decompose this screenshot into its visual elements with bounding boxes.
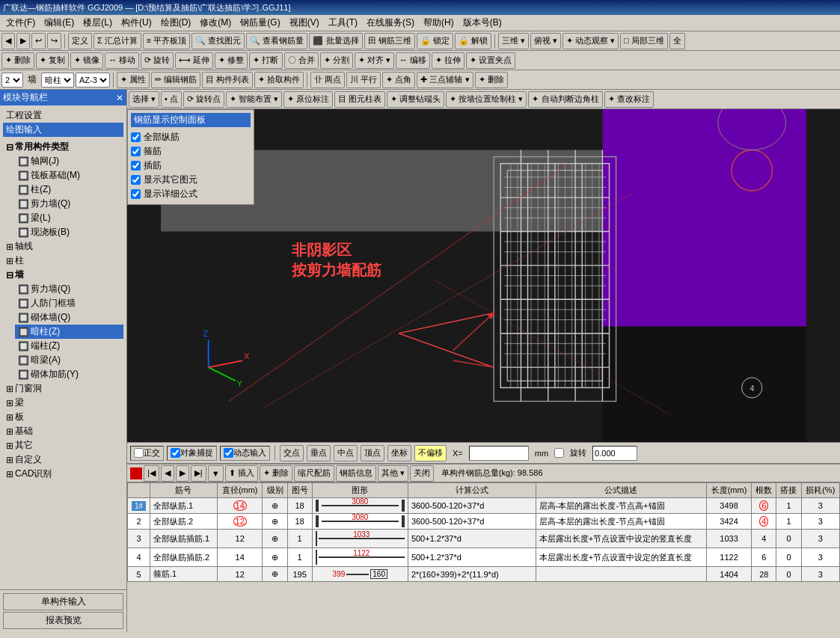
- btn-bottom-delete[interactable]: ✦ 删除: [260, 465, 292, 482]
- rebar-check-other-cb[interactable]: [131, 175, 141, 185]
- btn-undo[interactable]: ↩: [31, 33, 46, 49]
- btn-point[interactable]: • 点: [161, 91, 182, 108]
- x-input[interactable]: [469, 446, 529, 461]
- component-code-select[interactable]: AZ-3: [76, 73, 110, 88]
- menu-online[interactable]: 在线服务(S): [362, 15, 419, 31]
- tree-custom[interactable]: ⊞自定义: [3, 453, 123, 467]
- btn-rebar-info[interactable]: 钢筋信息: [336, 465, 376, 482]
- btn-extend[interactable]: ⟷ 延伸: [175, 52, 213, 69]
- menu-component[interactable]: 构件(U): [117, 15, 156, 31]
- tree-column-root[interactable]: ⊞柱: [3, 254, 123, 268]
- btn-grip[interactable]: ✦ 设置夹点: [466, 52, 515, 69]
- table-row[interactable]: 2全部纵筋.212⊕1830803600-500-120+37*d层高-本层的露…: [128, 514, 840, 530]
- menu-tools[interactable]: 工具(T): [324, 15, 362, 31]
- btn-nav-first[interactable]: |◀: [144, 465, 159, 482]
- btn-rebar-3d[interactable]: 田 钢筋三维: [364, 33, 415, 49]
- menu-version[interactable]: 版本号(B): [459, 15, 506, 31]
- menu-edit[interactable]: 编辑(E): [40, 15, 79, 31]
- tree-item-masonry-wall[interactable]: 🔲砌体墙(Q): [15, 310, 123, 325]
- ortho-cb[interactable]: [134, 448, 144, 458]
- btn-original-mark[interactable]: ✦ 原位标注: [283, 91, 333, 108]
- btn-top-view[interactable]: 俯视 ▾: [530, 33, 561, 49]
- btn-batch-select[interactable]: ⬛ 批量选择: [309, 33, 362, 49]
- btn-coord[interactable]: 坐标: [387, 445, 411, 461]
- btn-rotate[interactable]: ⟳ 旋转: [141, 52, 174, 69]
- btn-trim[interactable]: ✦ 修整: [215, 52, 248, 69]
- btn-split[interactable]: ✦ 分割: [320, 52, 353, 69]
- btn-parallel[interactable]: 川 平行: [346, 72, 381, 88]
- table-row[interactable]: 1#全部纵筋.114⊕1830803600-500-120+37*d层高-本层的…: [128, 498, 840, 514]
- rebar-check-all-longitudinal-cb[interactable]: [131, 132, 141, 142]
- table-row[interactable]: 4全部纵筋插筋.214⊕11122500+1.2*37*d本层露出长度+节点设置…: [128, 548, 840, 567]
- tree-item-column[interactable]: 🔲柱(Z): [15, 182, 123, 197]
- btn-back[interactable]: ◀: [1, 33, 15, 49]
- tree-item-hidden-beam[interactable]: 🔲暗梁(A): [15, 353, 123, 367]
- menu-draw[interactable]: 绘图(D): [156, 15, 196, 31]
- btn-mirror[interactable]: ✦ 镜像: [70, 52, 103, 69]
- btn-nav-prev[interactable]: ◀: [161, 465, 174, 482]
- menu-modify[interactable]: 修改(M): [195, 15, 236, 31]
- btn-all[interactable]: 全: [669, 33, 685, 49]
- sidebar-item-project-settings[interactable]: 工程设置: [3, 108, 123, 123]
- btn-no-offset[interactable]: 不偏移: [414, 445, 447, 461]
- btn-three-point[interactable]: ✚ 三点辅轴 ▾: [417, 72, 473, 88]
- tree-axis-root[interactable]: ⊞轴线: [3, 239, 123, 254]
- status-dynamic[interactable]: 动态输入: [220, 446, 270, 461]
- btn-midpoint[interactable]: 中点: [334, 445, 358, 461]
- canvas[interactable]: 钢筋显示控制面板 全部纵筋 箍筋 插筋 显示其它图元: [127, 109, 840, 442]
- tree-item-axis[interactable]: 🔲轴网(J): [15, 154, 123, 168]
- object-snap-cb[interactable]: [171, 448, 180, 458]
- component-type-select[interactable]: 暗柱: [41, 73, 74, 88]
- btn-unlock[interactable]: 🔓 解锁: [455, 33, 491, 49]
- tree-door-window[interactable]: ⊞门窗洞: [3, 381, 123, 396]
- status-object-snap[interactable]: 对象捕捉: [167, 446, 217, 461]
- tree-item-hidden-column[interactable]: 🔲暗柱(Z): [15, 325, 123, 339]
- btn-select[interactable]: 选择 ▾: [129, 91, 159, 108]
- tree-item-masonry-rebar[interactable]: 🔲砌体加筋(Y): [15, 367, 123, 381]
- status-ortho[interactable]: 正交: [130, 446, 164, 461]
- btn-edit-rebar[interactable]: ✏ 编辑钢筋: [151, 72, 200, 88]
- tree-slab[interactable]: ⊞板: [3, 410, 123, 424]
- btn-move[interactable]: ↔ 移动: [105, 52, 139, 69]
- btn-3d[interactable]: 三维 ▾: [498, 33, 529, 49]
- btn-delete-axis[interactable]: ✦ 删除: [475, 72, 508, 88]
- sidebar-item-draw-input[interactable]: 绘图输入: [3, 123, 123, 137]
- btn-lock[interactable]: 🔒 锁定: [417, 33, 453, 49]
- btn-report-preview[interactable]: 报表预览: [3, 612, 123, 629]
- btn-check-mark[interactable]: ✦ 查改标注: [604, 91, 654, 108]
- btn-redo[interactable]: ↪: [47, 33, 61, 49]
- btn-define[interactable]: 定义: [68, 33, 92, 49]
- layer-select[interactable]: 2: [1, 73, 23, 88]
- btn-other[interactable]: 其他 ▾: [378, 465, 408, 482]
- btn-level-plate[interactable]: ≡ 平齐板顶: [143, 33, 190, 49]
- btn-draw-by-wall[interactable]: ✦ 按墙位置绘制柱 ▾: [446, 91, 527, 108]
- btn-local-3d[interactable]: □ 局部三维: [620, 33, 668, 49]
- btn-merge[interactable]: 〇 合并: [284, 52, 319, 69]
- btn-scale-rebar[interactable]: 缩尺配筋: [294, 465, 334, 482]
- btn-auto-corner[interactable]: ✦ 自动判断边角柱: [528, 91, 602, 108]
- tree-item-raft[interactable]: 🔲筏板基础(M): [15, 168, 123, 182]
- btn-dynamic-observe[interactable]: ✦ 动态观察 ▾: [562, 33, 619, 49]
- tree-other[interactable]: ⊞其它: [3, 438, 123, 453]
- btn-intersection[interactable]: 交点: [280, 445, 304, 461]
- bottom-table-area[interactable]: 筋号 直径(mm) 级别 图号 图形 计算公式 公式描述 长度(mm) 根数 搭…: [127, 482, 840, 632]
- btn-perpendicular[interactable]: 垂点: [307, 445, 331, 461]
- btn-view-rebar[interactable]: 🔍 查看钢筋量: [246, 33, 307, 49]
- menu-file[interactable]: 文件(F): [1, 15, 40, 31]
- btn-align[interactable]: ✦ 对齐 ▾: [355, 52, 394, 69]
- rebar-check-formula-cb[interactable]: [131, 189, 141, 199]
- rotate-input[interactable]: [592, 446, 637, 461]
- table-row[interactable]: 3全部纵筋插筋.112⊕11033500+1.2*37*d本层露出长度+节点设置…: [128, 530, 840, 548]
- btn-nav-last[interactable]: ▶|: [191, 465, 206, 482]
- btn-copy[interactable]: ✦ 复制: [36, 52, 69, 69]
- btn-pan[interactable]: ↔ 编移: [396, 52, 430, 69]
- dynamic-cb[interactable]: [224, 448, 233, 458]
- btn-smart-layout[interactable]: ✦ 智能布置 ▾: [226, 91, 282, 108]
- btn-forward[interactable]: ▶: [16, 33, 30, 49]
- btn-component-list[interactable]: 目 构件列表: [202, 72, 253, 88]
- btn-calculate[interactable]: Σ 汇总计算: [93, 33, 141, 49]
- table-row[interactable]: 5箍筋.112⊕1953991602*(160+399)+2*(11.9*d)1…: [128, 567, 840, 582]
- btn-stretch[interactable]: ✦ 拉伸: [432, 52, 465, 69]
- tree-beam[interactable]: ⊞梁: [3, 396, 123, 410]
- btn-adjust-end[interactable]: ✦ 调整钻端头: [387, 91, 444, 108]
